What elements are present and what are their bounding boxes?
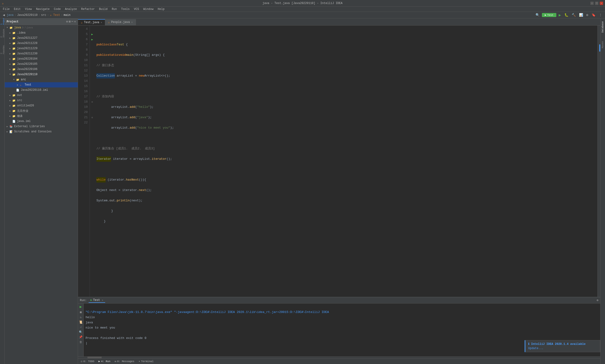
sidebar-tab-database[interactable]: Database	[601, 19, 605, 35]
build-button[interactable]: 🔨	[571, 13, 577, 17]
left-sidebar-tabs: 1: Project 2: Structure 2: Favorites	[0, 18, 5, 364]
code-line-8: Collection arrayList = new ArrayList<>()…	[96, 73, 597, 78]
project-tree: ▼ 📁 java D:\java ▶ 📁 .idea ▶ 📁 Java20211…	[5, 25, 78, 364]
sidebar-tab-favorites[interactable]: 2: Favorites	[0, 48, 4, 52]
tree-item-src[interactable]: ▼ 📁 src	[5, 77, 78, 82]
tree-item-yuandan[interactable]: ▶ 📁 元旦作业	[5, 108, 78, 114]
run-button[interactable]: ▶	[558, 12, 562, 18]
tree-item-external-libraries[interactable]: ▶ 📚 External Libraries	[5, 124, 78, 129]
tab-close-test[interactable]: ✕	[101, 21, 102, 24]
sidebar-tab-project[interactable]: 1: Project	[0, 19, 4, 24]
tree-item-java20211228[interactable]: ▶ 📁 Java20211228	[5, 41, 78, 46]
tree-item-jicheng[interactable]: ▶ 📁 继承	[5, 114, 78, 119]
console-scrollbar[interactable]	[78, 356, 600, 358]
marker-5[interactable]: ▶	[90, 32, 94, 37]
run-tool-tab[interactable]: ▶ 4: Run	[97, 359, 112, 363]
code-line-21: }	[96, 208, 597, 214]
console-wrap-icon[interactable]: ⏎	[80, 325, 81, 329]
menu-build[interactable]: Build	[97, 7, 109, 11]
menu-file[interactable]: File	[1, 7, 12, 11]
console-scroll-icon[interactable]: 📜	[79, 321, 82, 324]
console-rerun-icon[interactable]: ↻	[80, 315, 81, 319]
bookmarks-icon[interactable]: 🔖	[591, 13, 596, 17]
terminal-label: Terminal	[141, 360, 154, 363]
menu-window[interactable]: Window	[141, 7, 155, 11]
menu-navigate[interactable]: Navigate	[34, 7, 51, 11]
run-label: Run:	[80, 299, 87, 302]
console-run-icon[interactable]: ▶	[80, 304, 82, 309]
close-button[interactable]: ✕	[600, 2, 603, 5]
marker-18[interactable]: ◇	[90, 99, 94, 104]
tree-item-untitled26[interactable]: ▶ 📁 untitled26	[5, 103, 78, 108]
tree-item-java20211230[interactable]: ▶ 📁 Java20211230	[5, 51, 78, 56]
notification-link[interactable]: Update...	[528, 347, 597, 350]
console-settings-icon[interactable]: ⚙	[597, 299, 598, 302]
breadcrumb-project[interactable]: Java20220110	[17, 13, 37, 17]
todo-tab[interactable]: ☑ 6: TODO	[79, 359, 96, 363]
breadcrumb: java › Java20220110 › src › ☕ Test › mai…	[7, 13, 70, 17]
menu-refactor[interactable]: Refactor	[79, 7, 97, 11]
console-filter-icon[interactable]: 🔍	[79, 330, 82, 334]
menu-analyze[interactable]: Analyze	[63, 7, 79, 11]
marker-21[interactable]: ◇	[90, 115, 94, 120]
tree-item-java20220105[interactable]: ▶ 📁 Java20220105	[5, 62, 78, 67]
maximize-button[interactable]: □	[595, 2, 598, 5]
tree-item-java20220110[interactable]: ▼ 📁 Java20220110	[5, 72, 78, 77]
menu-run[interactable]: Run	[110, 7, 119, 11]
code-line-14	[96, 136, 597, 141]
code-content[interactable]: public class Test { public static void m…	[94, 26, 597, 297]
tree-item-iml[interactable]: 📄 Java20220110.iml	[5, 88, 78, 93]
breadcrumb-main[interactable]: main	[64, 13, 70, 17]
console-clear-icon[interactable]: 🗑	[79, 340, 82, 344]
sidebar-tab-structure[interactable]: 2: Structure	[0, 31, 4, 36]
panel-close-icon[interactable]: ✕	[74, 20, 76, 23]
run-tab[interactable]: ▶ Test ✕	[89, 298, 105, 303]
tree-item-java-iml[interactable]: 📄 java.iml	[5, 119, 78, 124]
tree-item-src2[interactable]: ▶ 📁 src	[5, 98, 78, 103]
panel-minimize-icon[interactable]: —	[72, 20, 73, 23]
coverage-button[interactable]: 📊	[578, 13, 584, 17]
tree-item-idea[interactable]: ▶ 📁 .idea	[5, 30, 78, 36]
nav-bar: ◀ java › Java20220110 › src › ☕ Test › m…	[0, 12, 605, 18]
settings-icon[interactable]: ⚙	[585, 13, 589, 17]
terminal-tab[interactable]: ▪ Terminal	[137, 360, 155, 363]
menu-help[interactable]: Help	[156, 7, 166, 11]
menu-vcs[interactable]: VCS	[132, 7, 141, 11]
tree-item-out[interactable]: ▶ 📁 out	[5, 93, 78, 98]
panel-settings-icon[interactable]: ⚙	[66, 20, 68, 23]
title-bar: ☕ java - Test.java [Java20220110] - Inte…	[0, 0, 605, 7]
console-pin-icon[interactable]: 📌	[79, 335, 82, 339]
marker-6[interactable]: ▶	[90, 37, 94, 42]
more-icon[interactable]: ⋮	[598, 13, 603, 17]
tab-test-java[interactable]: ☕ Test.java ✕	[78, 19, 105, 25]
marker-12	[90, 68, 94, 73]
debug-button[interactable]: 🐛	[563, 13, 569, 17]
tab-people-java[interactable]: ☕ People.java ✕	[105, 19, 136, 25]
search-everywhere-icon[interactable]: 🔍	[535, 13, 541, 17]
breadcrumb-src[interactable]: src	[41, 13, 46, 17]
tree-item-java[interactable]: ▼ 📁 java D:\java	[5, 25, 78, 30]
run-config-button[interactable]: ▶ Test	[542, 13, 556, 17]
menu-view[interactable]: View	[23, 7, 34, 11]
console-stop-icon[interactable]: ⏹	[79, 311, 82, 314]
tab-close-people[interactable]: ✕	[131, 21, 133, 24]
code-line-20: System.out.println(next);	[96, 198, 597, 203]
tree-item-java20211229[interactable]: ▶ 📁 java20211229	[5, 46, 78, 51]
breadcrumb-test[interactable]: ☕ Test	[50, 13, 60, 17]
tree-item-java20220106[interactable]: ▶ 📁 Java20220106	[5, 67, 78, 72]
nav-toolbar-right: 🔍 ▶ Test ▶ 🐛 🔨 📊 ⚙ 🔖 ⋮	[535, 12, 603, 18]
tree-item-java20220104[interactable]: ▶ 📁 java20220104	[5, 56, 78, 62]
tree-item-scratches[interactable]: ▶ 📝 Scratches and Consoles	[5, 129, 78, 134]
menu-tools[interactable]: Tools	[119, 7, 132, 11]
minimize-button[interactable]: —	[590, 2, 594, 5]
panel-layout-icon[interactable]: ⊞	[69, 20, 70, 23]
menu-edit[interactable]: Edit	[12, 7, 23, 11]
sidebar-tab-maven[interactable]: Maven	[601, 39, 605, 50]
messages-tab[interactable]: ✉ 0: Messages	[113, 359, 136, 363]
nav-back-icon[interactable]: ◀	[2, 13, 6, 17]
breadcrumb-java[interactable]: java	[7, 13, 13, 17]
menu-code[interactable]: Code	[52, 7, 63, 11]
tree-item-java20211227[interactable]: ▶ 📁 Java20211227	[5, 36, 78, 41]
tree-item-test-class[interactable]: ▶ ☕ Test	[5, 82, 78, 88]
run-tab-close[interactable]: ✕	[102, 299, 103, 302]
